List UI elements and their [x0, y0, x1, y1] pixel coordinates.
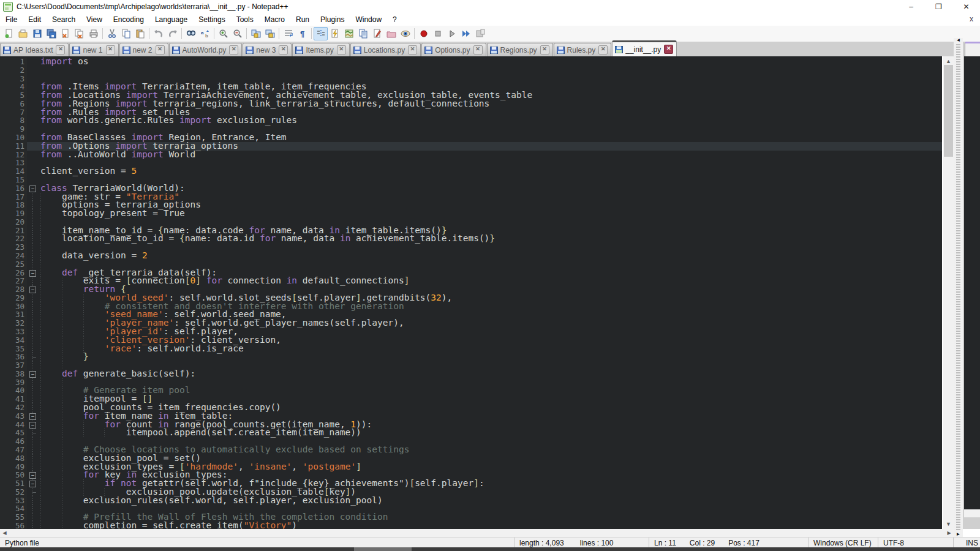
find-button[interactable] [184, 27, 198, 40]
fold-collapse-icon[interactable]: − [29, 287, 36, 293]
fold-margin[interactable]: − [27, 479, 39, 488]
monitoring-button[interactable] [398, 27, 412, 40]
code-line[interactable]: 2 [0, 66, 942, 75]
scroll-down-icon[interactable]: ▼ [943, 519, 954, 529]
menu-settings[interactable]: Settings [193, 14, 230, 25]
code-line[interactable]: 35 'race': self.world.is_race [0, 345, 942, 353]
menu-view[interactable]: View [81, 14, 108, 25]
insert-mode-label[interactable]: INS [966, 539, 978, 547]
menu-encoding[interactable]: Encoding [108, 14, 149, 25]
code-line[interactable]: 24 data_version = 2 [0, 252, 942, 260]
zoom-in-button[interactable] [216, 27, 230, 40]
secondary-view-editor[interactable] [964, 56, 980, 509]
redo-button[interactable] [165, 27, 179, 40]
code-line[interactable]: 38− def generate_basic(self): [0, 370, 942, 378]
folder-as-workspace-button[interactable] [384, 27, 398, 40]
fold-collapse-icon[interactable]: − [29, 481, 36, 487]
copy-button[interactable] [119, 27, 133, 40]
paste-button[interactable] [133, 27, 147, 40]
macro-record-button[interactable] [417, 27, 431, 40]
menu-close-icon[interactable]: x [967, 15, 976, 23]
tab-close-icon[interactable]: ✕ [106, 45, 115, 54]
tab-close-icon[interactable]: ✕ [408, 45, 417, 54]
fold-margin[interactable]: − [27, 421, 39, 429]
menu-run[interactable]: Run [290, 14, 315, 25]
print-button[interactable] [86, 27, 100, 40]
tab-ap-ideas-txt[interactable]: AP Ideas.txt✕ [0, 43, 69, 56]
replace-button[interactable]: ab [198, 27, 212, 40]
horizontal-scrollbar[interactable]: ◀ ▶ [0, 529, 954, 537]
menu-window[interactable]: Window [350, 14, 387, 25]
code-editor[interactable]: 1import os234from .Items import Terraria… [0, 56, 942, 529]
word-wrap-button[interactable] [281, 27, 295, 40]
new-file-button[interactable] [2, 27, 16, 40]
code-line[interactable]: 36 } [0, 353, 942, 361]
tab-options-py[interactable]: Options.py✕ [421, 43, 486, 56]
secondary-view-scrollbar[interactable] [964, 509, 980, 517]
fold-collapse-icon[interactable]: − [29, 413, 36, 420]
tab-new-2[interactable]: new 2✕ [119, 43, 168, 56]
tab-close-icon[interactable]: ✕ [598, 45, 608, 54]
tab-close-icon[interactable]: ✕ [56, 45, 65, 54]
fold-collapse-icon[interactable]: − [29, 472, 36, 479]
code-line[interactable]: 13 [0, 159, 942, 167]
code-line[interactable]: 56 completion = self.create_item("Victor… [0, 522, 942, 529]
menu-plugins[interactable]: Plugins [315, 14, 350, 25]
tab-rules-py[interactable]: Rules.py✕ [554, 43, 612, 56]
tab-close-icon[interactable]: ✕ [337, 45, 346, 54]
zoom-out-button[interactable] [230, 27, 244, 40]
splitter-grip[interactable] [956, 44, 960, 531]
tab-autoworld-py[interactable]: AutoWorld.py✕ [169, 43, 243, 56]
macro-run-multiple-button[interactable] [459, 27, 473, 40]
code-line[interactable]: 19 topology_present = True [0, 209, 942, 218]
close-all-button[interactable] [72, 27, 86, 40]
menu-file[interactable]: File [0, 14, 23, 25]
fold-margin[interactable]: − [27, 370, 39, 378]
menu-language[interactable]: Language [149, 14, 193, 25]
tab-locations-py[interactable]: Locations.py✕ [350, 43, 421, 56]
menu-[interactable]: ? [387, 14, 402, 25]
fold-margin[interactable]: − [27, 471, 39, 479]
minimize-button[interactable]: – [897, 0, 925, 13]
close-window-button[interactable]: ✕ [952, 0, 980, 13]
code-line[interactable]: 12from ..AutoWorld import World [0, 151, 942, 159]
secondary-view-tab[interactable] [965, 42, 980, 58]
fold-margin[interactable]: − [27, 184, 39, 193]
fold-collapse-icon[interactable]: − [29, 270, 36, 277]
restore-button[interactable]: ❐ [925, 0, 952, 13]
document-list-button[interactable] [356, 27, 370, 40]
macro-save-button[interactable] [473, 27, 487, 40]
tab-close-icon[interactable]: ✕ [279, 45, 288, 54]
tab-close-icon[interactable]: ✕ [156, 45, 165, 54]
tab-close-icon[interactable]: ✕ [540, 45, 549, 54]
fold-margin[interactable]: − [27, 412, 39, 421]
open-file-button[interactable] [16, 27, 30, 40]
code-line[interactable]: 45 itempool.append(self.create_item(item… [0, 429, 942, 437]
tab-close-icon[interactable]: ✕ [664, 45, 673, 54]
macro-stop-button[interactable] [431, 27, 445, 40]
splitter-right-arrow-icon[interactable]: ► [956, 532, 961, 537]
encoding-label[interactable]: UTF-8 [883, 539, 904, 547]
fold-collapse-icon[interactable]: − [29, 422, 36, 429]
fold-collapse-icon[interactable]: − [29, 186, 36, 192]
menu-tools[interactable]: Tools [231, 14, 259, 25]
tab-items-py[interactable]: Items.py✕ [292, 43, 349, 56]
sync-vertical-button[interactable] [249, 27, 263, 40]
vertical-scrollbar[interactable]: ▲ ▼ [943, 56, 954, 529]
tab-new-1[interactable]: new 1✕ [69, 43, 118, 56]
code-line[interactable]: 8from worlds.generic.Rules import exclus… [0, 116, 942, 125]
eol-format-label[interactable]: Windows (CR LF) [813, 539, 872, 547]
tab-close-icon[interactable]: ✕ [229, 45, 238, 54]
document-map-button[interactable] [342, 27, 356, 40]
code-line[interactable]: 22 location_name_to_id = {name: data.id … [0, 234, 942, 243]
code-line[interactable]: 14client_version = 5 [0, 167, 942, 176]
splitter-left-arrow-icon[interactable]: ◄ [956, 38, 961, 43]
show-all-characters-button[interactable]: ¶ [295, 27, 309, 40]
tab-close-icon[interactable]: ✕ [473, 45, 483, 54]
cut-button[interactable] [105, 27, 119, 40]
menu-search[interactable]: Search [47, 14, 81, 25]
function-list-button[interactable] [328, 27, 342, 40]
document-switcher-button[interactable] [370, 27, 384, 40]
undo-button[interactable] [151, 27, 165, 40]
fold-margin[interactable]: − [27, 285, 39, 294]
